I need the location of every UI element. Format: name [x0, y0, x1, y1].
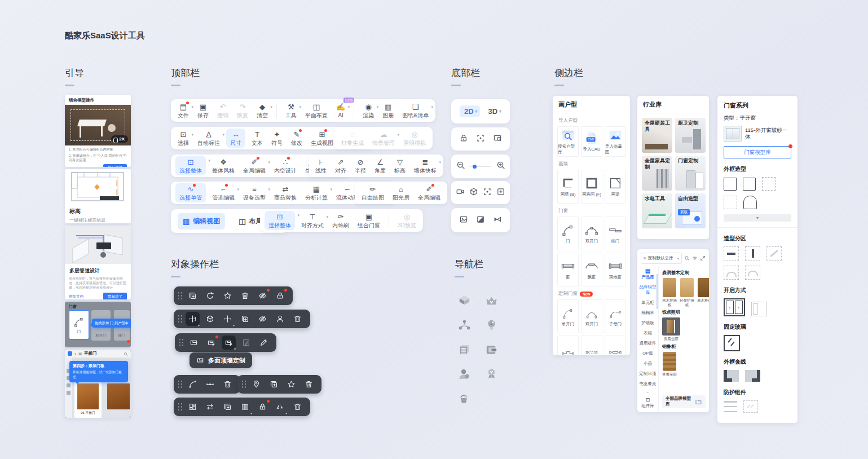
door-item[interactable]: 门 — [557, 217, 579, 250]
drag-handle[interactable] — [178, 315, 182, 323]
zoom-out-icon[interactable] — [456, 161, 465, 172]
nav-user-icon[interactable] — [457, 367, 472, 382]
topbar-item-dimension[interactable]: ↔尺寸 — [226, 129, 245, 148]
got-it-button[interactable]: 我知道了 — [103, 293, 127, 299]
topbar-item-auto-label[interactable]: A自动标注 — [197, 130, 220, 146]
topbar-item-radius[interactable]: ⊘半径 — [355, 158, 366, 174]
rail-item[interactable]: 小品 — [637, 359, 658, 369]
nav-badge-icon[interactable] — [484, 367, 499, 382]
topbar-item-undo[interactable]: ↶撤销 — [217, 103, 228, 118]
topbar-item-brush[interactable]: ✑内饰刷 — [332, 213, 349, 228]
swap-icon[interactable] — [203, 400, 217, 414]
topbar-item-file[interactable]: ▤文件 — [178, 103, 189, 118]
frame-shape-square[interactable] — [724, 178, 737, 191]
trash-icon[interactable] — [290, 400, 305, 414]
topbar-item-combo-window[interactable]: ▣组合门窗 — [358, 213, 380, 228]
got-it-button[interactable]: 我知道了 — [103, 164, 127, 167]
topbar-item-floorplan[interactable]: ◫平面布置 — [305, 103, 328, 118]
casing-left[interactable] — [724, 370, 739, 382]
cube-view-icon[interactable] — [469, 187, 478, 198]
wall-custom-icon[interactable] — [187, 336, 201, 350]
window-library-button[interactable]: 门窗模型库 — [724, 146, 791, 158]
help-doc-link[interactable]: 帮助文档 — [69, 294, 83, 299]
mode-2d-button[interactable]: 2D▾ — [460, 105, 480, 117]
window-item[interactable]: 落地窗 — [605, 253, 626, 286]
material-thumb[interactable]: 原木柜体 — [697, 278, 709, 307]
guard-rails-icon[interactable] — [724, 400, 737, 413]
topbar-item-analysis[interactable]: ▦分析计算 — [305, 185, 328, 201]
topbar-item-interior-design[interactable]: ∴内空设计 — [274, 158, 297, 174]
mirror-icon[interactable] — [273, 400, 287, 414]
open-mode-casement[interactable] — [751, 302, 767, 316]
rail-item[interactable]: OP库 — [637, 348, 658, 359]
topbar-item-replace-product[interactable]: ⇄商品替换 — [274, 185, 297, 201]
topbar-item-wall-mark[interactable]: ≣墙体快标 — [414, 158, 437, 174]
zone-arch[interactable] — [745, 266, 760, 280]
zone-horizontal[interactable] — [724, 246, 739, 261]
industry-card[interactable]: 水电工具 — [642, 193, 672, 228]
import-item[interactable]: 搜索户型库 — [557, 126, 579, 157]
image-icon[interactable] — [459, 215, 468, 226]
rail-item-components[interactable]: ⊡组件库 — [637, 395, 658, 411]
menu-icon[interactable]: ☰ — [78, 351, 82, 356]
window-item[interactable]: 窗 — [557, 253, 579, 286]
topbar-item-free-draw[interactable]: ✏自由绘图 — [362, 185, 384, 201]
topbar-item-clear[interactable]: ◆清空 — [257, 103, 268, 118]
trash-icon[interactable] — [221, 377, 235, 391]
topbar-item-sunroom[interactable]: ⌂阳光房 — [393, 185, 409, 201]
library-select[interactable]: ≡定制默认公库▾ — [641, 253, 682, 264]
rail-item[interactable]: 单元柜 — [637, 298, 658, 308]
zoom-in-icon[interactable] — [496, 161, 505, 172]
topbar-item-render[interactable]: ◉渲染 — [363, 103, 374, 118]
topbar-item-align[interactable]: ⇗对齐 — [335, 158, 346, 174]
topbar-item-select-whole2[interactable]: ⊡选择整体 — [265, 211, 295, 230]
custom-door-item[interactable] — [581, 336, 602, 355]
rail-item[interactable]: 定制吊顶 — [637, 369, 658, 379]
drag-handle[interactable] — [179, 338, 183, 347]
trash-icon[interactable] — [302, 377, 316, 391]
topbar-item-select-whole[interactable]: ⊡选择整体 — [175, 156, 206, 175]
topbar-item-select-pipe[interactable]: ∿选择单管 — [175, 183, 206, 202]
duplicate-icon[interactable] — [221, 400, 235, 414]
focus-icon[interactable] — [476, 134, 485, 145]
industry-card[interactable]: 自由造型新版 — [675, 193, 706, 228]
door-item[interactable]: 移门 — [605, 217, 626, 250]
door-item[interactable]: 双开门 — [581, 217, 602, 250]
topbar-item-device-select[interactable]: ≡设备选型 — [243, 185, 266, 201]
rail-item[interactable]: 通用板件 — [637, 338, 658, 348]
pencil-icon[interactable] — [257, 336, 271, 350]
wall-tool[interactable]: 画梁 — [605, 170, 626, 204]
nav-bucket-icon[interactable] — [457, 391, 472, 407]
zone-vertical[interactable] — [745, 246, 760, 261]
drag-handle[interactable] — [178, 292, 182, 300]
nav-vip-crown-icon[interactable] — [484, 293, 499, 308]
find-view-icon[interactable] — [493, 134, 502, 145]
rail-item[interactable]: 衣柜 — [637, 328, 658, 338]
trash-icon[interactable] — [290, 312, 305, 326]
import-item[interactable]: 导入CAD — [581, 126, 602, 157]
industry-card[interactable]: 门窗定制 — [675, 156, 706, 191]
topbar-item-tools[interactable]: ⚒工具 — [285, 103, 297, 118]
duplicate-icon[interactable] — [267, 377, 281, 391]
duplicate-icon[interactable] — [186, 289, 200, 303]
topbar-item-album[interactable]: ▥图册 — [382, 103, 394, 118]
topbar-item-style[interactable]: ❖整体风格 — [212, 158, 235, 174]
rail-scrollbar[interactable] — [656, 274, 658, 309]
industry-card[interactable]: 厨卫定制 — [675, 118, 706, 153]
frame-shape-dashed[interactable] — [724, 196, 737, 209]
topbar-item-drawings[interactable]: ❏图纸&清单 — [402, 103, 429, 118]
topbar-item-redo[interactable]: ↷恢复 — [237, 103, 248, 118]
drag-handle[interactable] — [178, 380, 182, 389]
door-thumb[interactable]: 拉手拼门 — [105, 381, 131, 418]
contrast-icon[interactable] — [476, 215, 485, 226]
nav-render-icon[interactable] — [457, 317, 472, 333]
arc-wall-icon[interactable] — [186, 377, 200, 391]
door-panels-icon[interactable] — [238, 400, 252, 414]
zone-diagonal[interactable] — [766, 246, 782, 261]
rail-item[interactable]: 品牌模型库 — [637, 282, 658, 298]
drag-handle[interactable] — [178, 403, 182, 411]
topbar-item-select[interactable]: ⊡选择 — [178, 130, 189, 146]
favorite-icon[interactable] — [284, 377, 298, 391]
topbar-item-elevation[interactable]: ▽标高 — [394, 158, 406, 174]
zone-arch[interactable] — [724, 266, 739, 280]
